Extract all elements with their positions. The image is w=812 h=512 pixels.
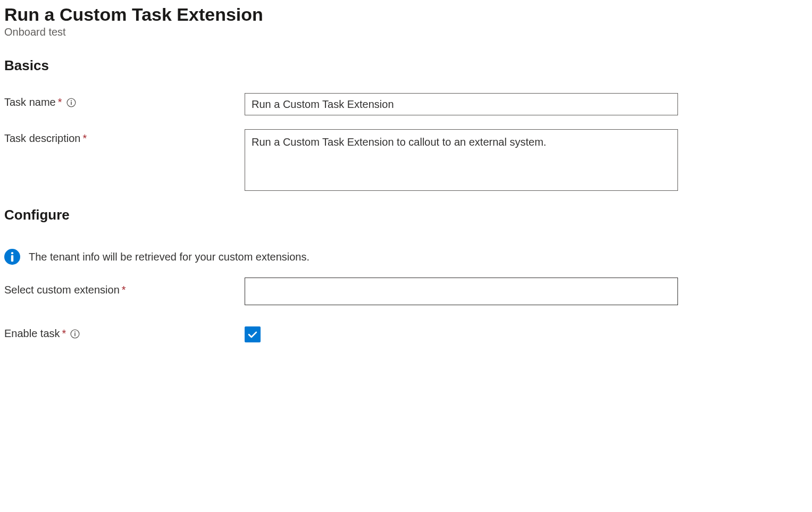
svg-point-1 — [71, 100, 72, 101]
configure-heading: Configure — [4, 207, 808, 223]
enable-task-checkbox[interactable] — [245, 326, 261, 342]
svg-rect-8 — [74, 333, 76, 336]
task-name-input[interactable] — [245, 93, 678, 115]
page-title: Run a Custom Task Extension — [4, 4, 808, 25]
info-icon — [70, 329, 80, 339]
task-description-label-text: Task description — [4, 132, 80, 145]
task-name-info-icon[interactable] — [66, 98, 76, 107]
select-extension-label: Select custom extension * — [4, 278, 245, 296]
svg-point-7 — [74, 331, 76, 332]
svg-rect-2 — [71, 102, 72, 105]
required-indicator: * — [122, 284, 126, 296]
tenant-info-message-row: The tenant info will be retrieved for yo… — [4, 249, 808, 265]
required-indicator: * — [58, 96, 62, 108]
select-extension-label-text: Select custom extension — [4, 284, 120, 296]
task-description-row: Task description * Run a Custom Task Ext… — [4, 129, 808, 193]
select-extension-dropdown[interactable] — [245, 278, 678, 305]
task-description-textarea[interactable]: Run a Custom Task Extension to callout t… — [245, 129, 678, 191]
svg-rect-5 — [11, 255, 13, 262]
enable-task-label: Enable task * — [4, 326, 245, 340]
task-name-row: Task name * — [4, 93, 808, 115]
select-extension-row: Select custom extension * — [4, 278, 808, 305]
basics-heading: Basics — [4, 57, 808, 74]
task-description-label: Task description * — [4, 129, 245, 145]
tenant-info-text: The tenant info will be retrieved for yo… — [29, 251, 309, 263]
page-subtitle: Onboard test — [4, 26, 808, 38]
svg-point-4 — [11, 252, 13, 254]
required-indicator: * — [82, 132, 87, 145]
info-icon — [66, 98, 76, 107]
info-filled-icon — [4, 249, 20, 265]
enable-task-row: Enable task * — [4, 326, 808, 342]
enable-task-label-text: Enable task — [4, 328, 60, 340]
enable-task-info-icon[interactable] — [70, 329, 80, 339]
task-name-label-text: Task name — [4, 96, 56, 108]
task-name-label: Task name * — [4, 93, 245, 108]
check-icon — [247, 329, 258, 340]
required-indicator: * — [62, 328, 66, 340]
